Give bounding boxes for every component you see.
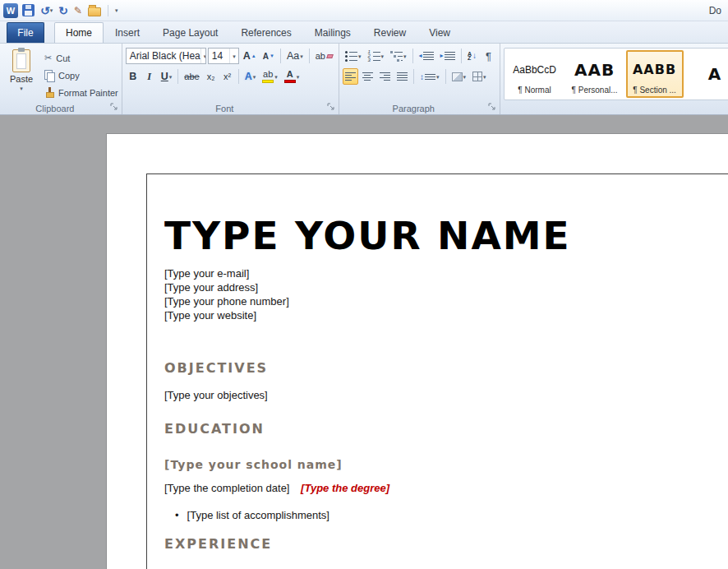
tab-mailings[interactable]: Mailings (303, 22, 362, 43)
text-effects-button[interactable]: A▾ (242, 68, 259, 85)
bullets-button[interactable]: ▾ (343, 48, 364, 64)
grow-font-button[interactable]: A▲ (241, 48, 259, 64)
format-painter-button[interactable]: Format Painter (44, 86, 118, 99)
objectives-placeholder[interactable]: [Type your objectives] (164, 389, 721, 401)
bold-button[interactable]: B (126, 68, 141, 85)
grow-font-arrow-icon: ▲ (251, 53, 256, 58)
tab-view[interactable]: View (417, 22, 462, 43)
paragraph-group-label: Paragraph (339, 104, 488, 113)
style-personal[interactable]: AAB ¶ Personal... (566, 50, 624, 98)
bullets-dropdown-icon[interactable]: ▾ (358, 53, 362, 59)
school-name-placeholder[interactable]: [Type your school name] (164, 458, 721, 471)
separator (412, 49, 413, 63)
tab-home[interactable]: Home (54, 22, 104, 43)
shading-button[interactable]: ▾ (449, 68, 469, 85)
strikethrough-button[interactable]: abe (182, 68, 201, 85)
paragraph-dialog-launcher-icon[interactable] (488, 103, 497, 112)
numbering-button[interactable]: 123 ▾ (366, 48, 387, 64)
tab-review[interactable]: Review (362, 22, 417, 43)
numbering-dropdown-icon[interactable]: ▾ (381, 53, 385, 59)
style-section-label: ¶ Section ... (633, 86, 676, 95)
font-size-combo[interactable]: 14 ▾ (208, 48, 239, 64)
font-name-value: Arial Black (Hea (130, 50, 200, 62)
tab-file[interactable]: File (7, 22, 44, 43)
draw-ink-button[interactable]: ✎ (72, 2, 84, 19)
style-section-preview: AABB (633, 53, 676, 86)
show-hide-paragraph-button[interactable]: ¶ (481, 48, 496, 64)
font-dialog-launcher-icon[interactable] (327, 103, 336, 112)
style-partial[interactable]: A (686, 50, 728, 98)
shading-dropdown-icon[interactable]: ▾ (463, 74, 467, 80)
subscript-button[interactable]: x₂ (204, 68, 219, 85)
completion-date-placeholder[interactable]: [Type the completion date] (164, 482, 289, 494)
italic-button[interactable]: I (142, 68, 157, 85)
degree-placeholder[interactable]: [Type the degree] (301, 482, 389, 494)
sort-button[interactable]: AZ ↓ (465, 48, 480, 64)
separator (280, 49, 281, 63)
document-page[interactable]: TYPE YOUR NAME [Type your e-mail] [Type … (107, 134, 728, 569)
font-color-dropdown-icon[interactable]: ▾ (297, 74, 300, 80)
accomplishment-placeholder[interactable]: [Type list of accomplishments] (187, 509, 329, 521)
increase-indent-button[interactable]: ▸ (438, 48, 458, 64)
word-logo-icon[interactable]: W (3, 3, 18, 18)
objectives-heading[interactable]: OBJECTIVES (164, 360, 721, 376)
change-case-dropdown-icon[interactable]: ▾ (300, 53, 303, 59)
address-placeholder[interactable]: [Type your address] (164, 280, 721, 294)
strikethrough-letters: abe (184, 72, 199, 81)
education-heading[interactable]: EDUCATION (164, 421, 721, 437)
style-section[interactable]: AABB ¶ Section ... (626, 50, 684, 98)
paste-button[interactable]: Paste ▾ (3, 48, 39, 99)
name-placeholder[interactable]: TYPE YOUR NAME (164, 215, 721, 256)
decrease-indent-button[interactable]: ◂ (417, 48, 436, 64)
style-normal[interactable]: AaBbCcD ¶ Normal (506, 50, 564, 98)
sort-arrow-icon: ↓ (472, 52, 477, 60)
styles-group: AaBbCcD ¶ Normal AAB ¶ Personal... AABB … (500, 44, 728, 114)
save-button[interactable] (21, 2, 36, 19)
line-spacing-button[interactable]: ↕ ▾ (417, 68, 442, 85)
clipboard-dialog-launcher-icon[interactable] (110, 103, 119, 112)
font-color-button[interactable]: A ▾ (282, 68, 302, 85)
shrink-font-button[interactable]: A▼ (260, 48, 277, 64)
cut-button[interactable]: ✂ Cut (44, 52, 118, 64)
tab-insert[interactable]: Insert (104, 22, 151, 43)
underline-button[interactable]: U▾ (159, 68, 175, 85)
clear-formatting-button[interactable]: ab (313, 48, 335, 64)
customize-quick-access-button[interactable]: ▾ (113, 2, 120, 19)
change-case-button[interactable]: Aa▾ (284, 48, 306, 64)
undo-button[interactable]: ↺ ▾ (39, 2, 54, 19)
align-center-button[interactable] (360, 68, 376, 85)
tab-references[interactable]: References (229, 22, 302, 43)
folder-icon (88, 7, 101, 16)
font-name-dropdown-icon[interactable]: ▾ (200, 49, 206, 63)
experience-heading[interactable]: EXPERIENCE (164, 536, 721, 552)
borders-button[interactable]: ▾ (470, 68, 489, 85)
justify-button[interactable] (394, 68, 410, 85)
borders-dropdown-icon[interactable]: ▾ (483, 74, 486, 80)
accomplishment-item[interactable]: • [Type list of accomplishments] (164, 509, 721, 521)
website-placeholder[interactable]: [Type your website] (164, 308, 721, 322)
redo-button[interactable]: ↻ (57, 2, 70, 19)
open-button[interactable] (86, 2, 103, 19)
paste-dropdown-icon[interactable]: ▾ (20, 86, 23, 91)
align-right-button[interactable] (377, 68, 393, 85)
copy-button[interactable]: Copy (44, 69, 118, 81)
text-effects-dropdown-icon[interactable]: ▾ (253, 74, 256, 80)
underline-dropdown-icon[interactable]: ▾ (169, 74, 173, 80)
font-group-label: Font (122, 104, 327, 113)
undo-dropdown-icon[interactable]: ▾ (50, 7, 53, 13)
cut-label: Cut (56, 53, 70, 63)
email-placeholder[interactable]: [Type your e-mail] (164, 266, 721, 280)
highlight-color-button[interactable]: ab ▾ (260, 68, 280, 85)
multilevel-dropdown-icon[interactable]: ▾ (403, 53, 407, 59)
tab-page-layout[interactable]: Page Layout (151, 22, 229, 43)
scissors-icon: ✂ (44, 53, 52, 62)
multilevel-list-button[interactable]: ▾ (388, 48, 409, 64)
highlight-dropdown-icon[interactable]: ▾ (274, 74, 278, 80)
font-name-combo[interactable]: Arial Black (Hea ▾ (126, 48, 206, 64)
style-partial-preview: A (708, 53, 721, 95)
phone-placeholder[interactable]: [Type your phone number] (164, 294, 721, 308)
superscript-button[interactable]: x² (220, 68, 235, 85)
align-left-button[interactable] (343, 68, 358, 85)
font-size-dropdown-icon[interactable]: ▾ (229, 49, 238, 63)
line-spacing-dropdown-icon[interactable]: ▾ (436, 74, 440, 80)
